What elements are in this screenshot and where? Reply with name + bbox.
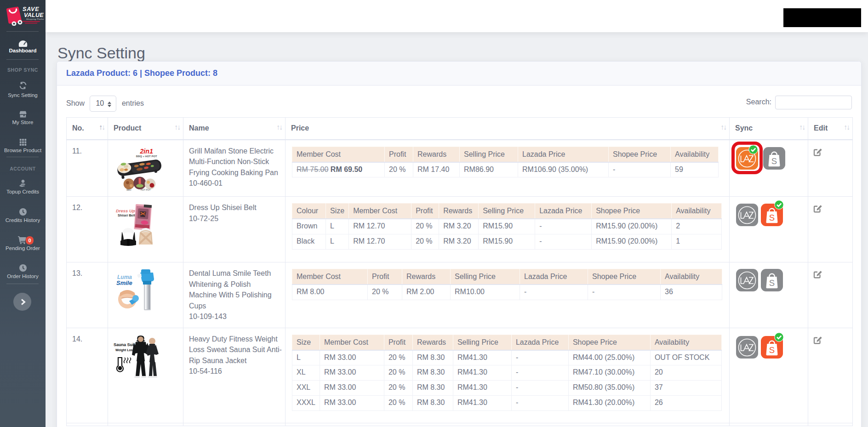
svg-text:Shopping Platform: Shopping Platform [26, 18, 44, 20]
svg-text:VALUE: VALUE [24, 12, 44, 18]
svg-text:Smile: Smile [116, 279, 132, 286]
svg-text:Dress Up: Dress Up [116, 208, 135, 213]
svg-text:S: S [769, 213, 775, 222]
svg-text:BBQ + HOT POT: BBQ + HOT POT [136, 155, 157, 158]
svg-text:BBQ: BBQ [126, 189, 131, 191]
svg-text:S: S [769, 345, 775, 354]
svg-text:Sauna Suit: Sauna Suit [114, 342, 135, 347]
svg-text:Weight Loss: Weight Loss [115, 348, 135, 352]
svg-text:S: S [771, 156, 777, 165]
svg-text:Shisei Belt: Shisei Belt [118, 213, 136, 217]
svg-text:2in1: 2in1 [139, 147, 153, 154]
svg-text:HOT POT: HOT POT [141, 189, 151, 191]
svg-text:S: S [769, 278, 775, 288]
